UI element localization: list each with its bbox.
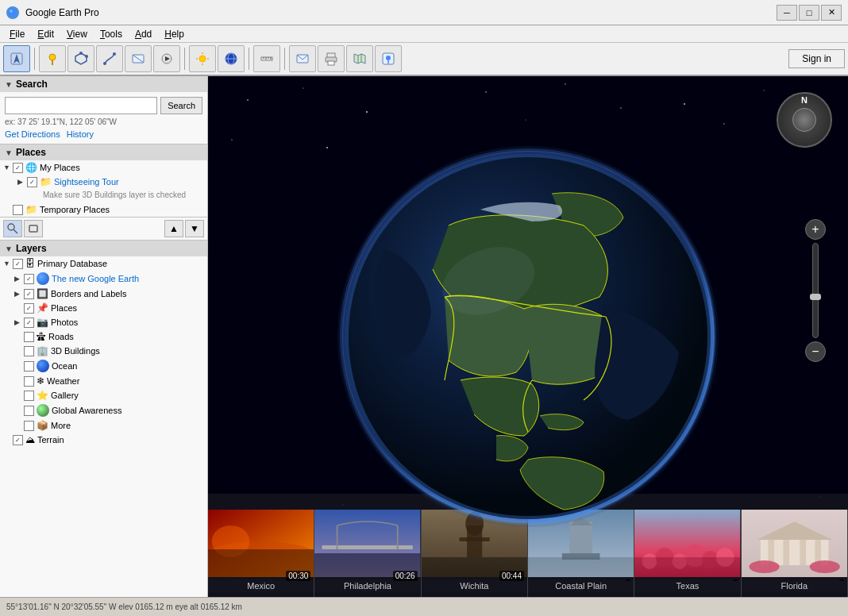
email-button[interactable] — [289, 45, 316, 72]
globe-svg[interactable] — [322, 130, 734, 543]
get-directions-link[interactable]: Get Directions — [5, 129, 60, 139]
thumb-florida[interactable]: Florida — [742, 510, 848, 597]
search-links: Get Directions History — [5, 129, 202, 139]
awareness-checkbox[interactable] — [24, 406, 34, 416]
layer-roads[interactable]: ▶ 🛣 Roads — [11, 329, 207, 344]
search-input[interactable] — [5, 97, 157, 114]
overlay-button[interactable] — [125, 45, 152, 72]
sun-button[interactable] — [189, 45, 216, 72]
layer-gallery[interactable]: ▶ ⭐ Gallery — [11, 388, 207, 402]
layer-awareness[interactable]: ▶ Global Awareness — [11, 402, 207, 418]
move-down-button[interactable]: ▼ — [185, 220, 204, 237]
sightseeing-checkbox[interactable] — [27, 177, 37, 187]
svg-point-101 — [809, 560, 839, 573]
print-button[interactable] — [318, 45, 345, 72]
search-places-button[interactable] — [3, 220, 22, 237]
zoom-slider[interactable] — [812, 243, 819, 338]
record-button[interactable] — [153, 45, 180, 72]
ruler-button[interactable] — [253, 45, 280, 72]
temp-places-checkbox[interactable] — [13, 205, 23, 215]
history-link[interactable]: History — [67, 129, 94, 139]
search-section-header[interactable]: ▼ Search — [0, 76, 207, 92]
search-title: Search — [16, 79, 48, 90]
svg-point-0 — [9, 9, 17, 17]
roads-label: Roads — [48, 332, 74, 341]
maximize-button[interactable]: □ — [799, 5, 819, 21]
borders-checkbox[interactable] — [24, 289, 34, 299]
menu-add[interactable]: Add — [129, 27, 158, 41]
navigate-button[interactable] — [3, 45, 30, 72]
minimize-button[interactable]: ─ — [777, 5, 797, 21]
texas-duration — [733, 579, 738, 581]
layers-section-header[interactable]: ▼ Layers — [0, 241, 207, 256]
new-earth-checkbox[interactable] — [24, 274, 34, 284]
new-earth-icon — [37, 272, 49, 285]
menu-file[interactable]: File — [3, 27, 31, 41]
ocean-icon — [37, 360, 49, 372]
show-in-maps-button[interactable] — [375, 45, 402, 72]
layer-3d-buildings[interactable]: ▶ 🏢 3D Buildings — [11, 344, 207, 358]
layer-weather[interactable]: ▶ ❄ Weather — [11, 374, 207, 388]
borders-label: Borders and Labels — [51, 289, 126, 298]
buildings-label: 3D Buildings — [51, 346, 100, 356]
weather-checkbox[interactable] — [24, 376, 34, 387]
menu-edit[interactable]: Edit — [31, 27, 60, 41]
primary-db-label: Primary Database — [37, 259, 107, 268]
layers-title: Layers — [16, 243, 47, 254]
ocean-checkbox[interactable] — [24, 361, 34, 372]
sightseeing-label[interactable]: Sightseeing Tour — [54, 177, 119, 187]
close-button[interactable]: ✕ — [821, 5, 842, 21]
sign-in-button[interactable]: Sign in — [788, 49, 845, 68]
zoom-in-button[interactable]: + — [805, 219, 826, 240]
layer-ocean[interactable]: ▶ Ocean — [11, 358, 207, 374]
primary-db-item[interactable]: ▼ 🗄 Primary Database — [0, 256, 207, 271]
maps-button[interactable] — [346, 45, 373, 72]
svg-rect-39 — [29, 225, 37, 232]
separator-1 — [34, 48, 35, 70]
new-earth-label[interactable]: The new Google Earth — [52, 274, 139, 283]
terrain-checkbox[interactable] — [13, 435, 23, 445]
placemark-button[interactable] — [39, 45, 66, 72]
layer-terrain[interactable]: ▶ ⛰ Terrain — [0, 433, 207, 447]
gallery-checkbox[interactable] — [24, 391, 34, 401]
places-layer-icon: 📌 — [37, 302, 48, 314]
polygon-button[interactable] — [67, 45, 94, 72]
layer-borders[interactable]: ▶ 🔲 Borders and Labels — [11, 287, 207, 301]
primary-db-checkbox[interactable] — [13, 259, 23, 269]
places-section-header[interactable]: ▼ Places — [0, 144, 207, 160]
toggle-panel-button[interactable] — [24, 220, 43, 237]
photos-checkbox[interactable] — [24, 318, 34, 328]
svg-marker-6 — [75, 53, 87, 64]
buildings-checkbox[interactable] — [24, 346, 34, 356]
philly-duration: 00:26 — [393, 571, 418, 581]
terrain-icon: ⛰ — [25, 434, 35, 445]
move-up-button[interactable]: ▲ — [164, 220, 183, 237]
zoom-handle[interactable] — [810, 294, 821, 300]
navigation-compass[interactable]: N — [777, 92, 832, 148]
globe-area[interactable]: N + − US Dept of State Geographer Google… — [208, 76, 848, 597]
layer-more[interactable]: ▶ 📦 More — [11, 418, 207, 433]
svg-rect-97 — [783, 540, 789, 565]
compass-outer[interactable]: N — [777, 92, 832, 148]
menu-tools[interactable]: Tools — [94, 27, 129, 41]
compass-inner[interactable] — [792, 108, 816, 132]
menu-help[interactable]: Help — [158, 27, 191, 41]
layer-places[interactable]: ▶ 📌 Places — [11, 301, 207, 315]
path-button[interactable] — [96, 45, 123, 72]
thumb-mexico[interactable]: 00:30 Mexico — [208, 510, 314, 597]
zoom-out-button[interactable]: − — [805, 341, 826, 362]
layer-photos[interactable]: ▶ 📷 Photos — [11, 315, 207, 329]
my-places-item[interactable]: ▼ 🌐 My Places — [0, 160, 207, 175]
layer-new-earth[interactable]: ▶ The new Google Earth — [11, 271, 207, 287]
places-layer-checkbox[interactable] — [24, 303, 34, 314]
menu-view[interactable]: View — [60, 27, 94, 41]
roads-checkbox[interactable] — [24, 332, 34, 342]
temp-places-item[interactable]: ▶ 📁 Temporary Places — [0, 202, 207, 217]
sightseeing-item[interactable]: ▶ 📁 Sightseeing Tour — [14, 175, 207, 189]
more-checkbox[interactable] — [24, 421, 34, 431]
sky-button[interactable] — [218, 45, 245, 72]
layers-arrow: ▼ — [5, 244, 13, 253]
search-button[interactable]: Search — [160, 97, 202, 114]
my-places-checkbox[interactable] — [13, 163, 23, 173]
svg-point-15 — [199, 56, 206, 62]
